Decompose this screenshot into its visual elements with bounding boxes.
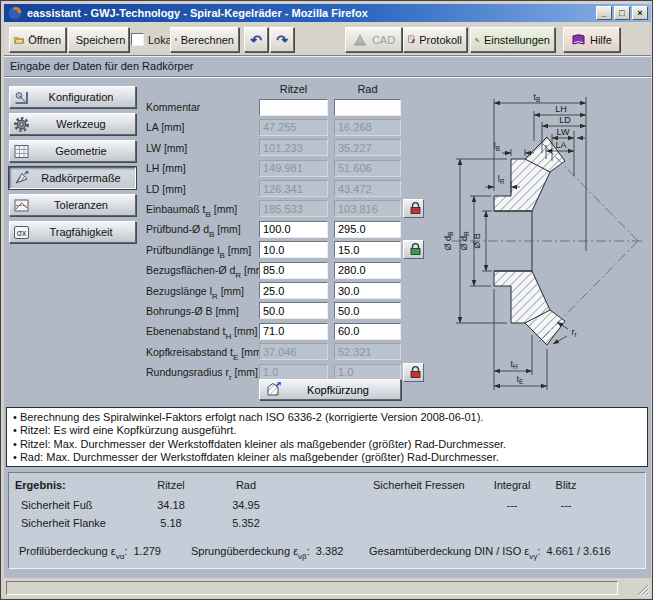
undo-button[interactable]: ↶ [244,27,268,52]
window-controls: _ □ × [596,6,648,20]
sidebar-item-toleranzen[interactable]: Toleranzen [9,194,136,216]
form-row: LW [mm] [146,138,436,158]
dim-label-tH: tH [510,359,518,370]
maximize-button[interactable]: □ [614,6,630,20]
open-button[interactable]: Öffnen [9,27,66,52]
gear-icon [13,116,30,133]
sidebar-item-geometrie[interactable]: Geometrie [9,140,136,162]
profil-ueberdeckung: Profilüberdeckung εvα: 1.279 [19,545,161,560]
field-label: Prüfbund-Ø dB [mm] [146,223,241,238]
dim-label-LW: LW [557,127,570,137]
rad-input[interactable] [334,99,401,116]
separator [4,76,651,78]
status-field [6,581,618,595]
results-col-blitz: Blitz [526,479,606,491]
calculate-button[interactable]: Berechnen [170,27,239,52]
rad-input[interactable] [334,302,401,319]
ritzel-input[interactable] [259,262,328,279]
form-row: Einbaumaß tB [mm] [146,199,436,219]
messages: • Berechnung des Spiralwinkel-Faktors er… [13,411,641,465]
form-row: Bohrungs-Ø B [mm] [146,301,436,321]
sidebar-item-tragfaehigkeit[interactable]: σx Tragfähigkeit [9,221,136,243]
ritzel-input[interactable] [259,323,328,340]
cad-button: CAD [345,27,402,52]
protocol-button[interactable]: Protokoll [403,27,467,52]
svg-text:σx: σx [17,227,27,237]
lock-icon [409,201,422,215]
sidebar-item-konfiguration[interactable]: Konfiguration [9,86,136,108]
rad-input [334,160,401,177]
rad-input[interactable] [334,262,401,279]
column-header-rad: Rad [334,83,401,95]
dim-label-tB: tB [534,92,541,103]
form-row: Kommentar [146,97,436,117]
ritzel-input [259,180,328,197]
results-col-fressen: Sicherheit Fressen [373,479,465,491]
wrench-icon [475,33,480,47]
rad-input[interactable] [334,221,401,238]
tolerance-chart-icon [13,197,30,214]
help-button[interactable]: Hilfe [563,27,620,52]
form-row: LD [mm] [146,179,436,199]
title-bar: eassistant - GWJ-Technology - Spiral-Keg… [4,4,651,22]
field-label: LW [mm] [146,142,187,157]
local-checkbox-group: Lokal [131,27,174,52]
message-line: • Ritzel: Max. Durchmesser der Werkstoff… [13,438,641,451]
ritzel-input[interactable] [259,282,328,299]
protocol-document-icon [408,32,415,47]
ritzel-input[interactable] [259,99,328,116]
sprung-ueberdeckung: Sprungüberdeckung εvβ: 3.382 [191,545,343,560]
dim-label-dR: Ø dR [459,231,470,251]
ritzel-input [259,160,328,177]
resize-grip[interactable] [636,583,649,596]
dim-label-LH: LH [555,104,567,114]
ritzel-input[interactable] [259,302,328,319]
page-title: Eingabe der Daten für den Radkörper [10,60,193,72]
local-checkbox[interactable] [131,33,144,46]
kopfkuerzung-button[interactable]: Kopfkürzung [259,379,401,400]
field-label: Kopfkreisabstand tE [mm] [146,346,265,361]
grid-icon [13,143,30,160]
close-button[interactable]: × [632,6,648,20]
lock-icon [409,365,422,379]
sidebar-item-radkoerpermasse[interactable]: Radkörpermaße [9,167,136,189]
message-box: • Berechnung des Spiralwinkel-Faktors er… [6,407,648,467]
form-rows: Kommentar LA [mm] LW [mm] [146,97,436,382]
settings-button[interactable]: Einstellungen [470,27,555,52]
dim-label-LD: LD [559,115,571,125]
lock-icon [409,242,422,256]
redo-icon: ↷ [276,33,288,47]
lock-button[interactable] [403,240,424,259]
field-label: Rundungsradius rr [mm] [146,366,258,381]
rad-input[interactable] [334,282,401,299]
ritzel-input [259,119,328,136]
lock-button[interactable] [403,363,424,382]
dim-label-B: Ø B [472,233,482,249]
results-title: Ergebnis: [15,479,66,491]
sidebar-item-werkzeug[interactable]: Werkzeug [9,113,136,135]
rad-input[interactable] [334,241,401,258]
calculator-icon [175,32,177,47]
cad-stamp-icon [352,33,368,46]
form-row: Prüfbund-Ø dB [mm] [146,219,436,239]
ritzel-input [259,200,328,217]
ritzel-input [259,139,328,156]
help-book-icon [571,33,586,46]
firefox-icon [8,6,22,20]
field-label: Ebenenabstand tH [mm] [146,325,257,340]
redo-button[interactable]: ↷ [270,27,294,52]
message-line: • Rad: Max. Durchmesser der Werkstoffdat… [13,451,641,464]
ritzel-input[interactable] [259,241,328,258]
dim-label-rr: rr [571,327,577,338]
results-col-rad: Rad [206,479,286,491]
rad-input[interactable] [334,323,401,340]
lock-button[interactable] [403,199,424,218]
minimize-button[interactable]: _ [596,6,612,20]
field-label: Einbaumaß tB [mm] [146,203,237,218]
ritzel-input[interactable] [259,221,328,238]
rad-input [334,180,401,197]
field-label: Kommentar [146,101,200,116]
save-button[interactable]: Speichern [68,27,129,52]
gesamt-ueberdeckung: Gesamtüberdeckung DIN / ISO εvγ: 4.661 /… [369,545,611,560]
undo-icon: ↶ [250,33,262,47]
